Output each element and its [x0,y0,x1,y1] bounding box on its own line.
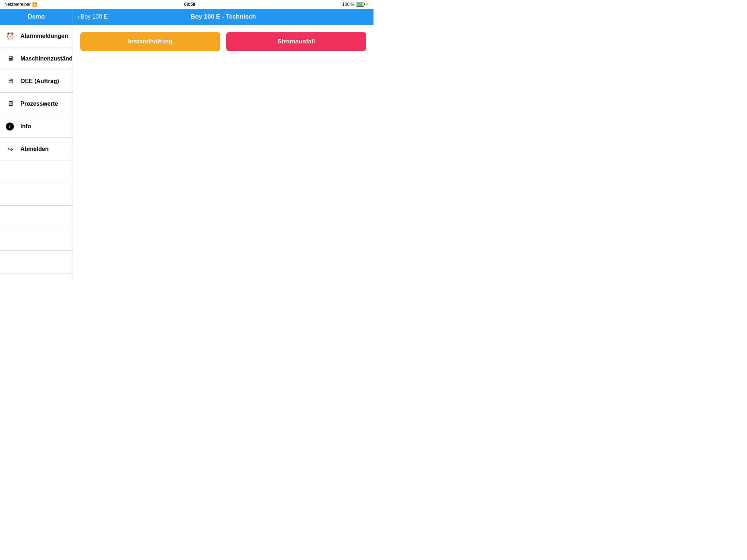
sidebar-item-label: Alarmmeldungen [20,33,68,39]
sidebar-title: Demo [0,9,73,25]
main-layout: ⏰ Alarmmeldungen 🖥 Maschinenzustände 🖥 O… [0,25,374,280]
nav-main: ‹ Boy 100 E Boy 100 E - Technisch [73,13,374,20]
action-buttons: Instandhaltung Stromausfall [80,32,366,51]
sidebar-item-prozesswerte[interactable]: 🖥 Prozesswerte [0,93,73,115]
monitor-icon: 🖥 [6,77,15,85]
status-bar-right: 100 % ⚡ [342,2,369,7]
sidebar-item-label: Abmelden [20,146,49,152]
instandhaltung-button[interactable]: Instandhaltung [80,32,220,51]
sidebar-item-info[interactable]: i Info [0,115,73,138]
alarm-icon: ⏰ [6,32,15,40]
sidebar-item-maschinenzustaende[interactable]: 🖥 Maschinenzustände [0,47,73,70]
nav-bar: Demo ‹ Boy 100 E Boy 100 E - Technisch [0,9,374,25]
battery-container: ⚡ [356,3,369,7]
carrier-label: Netzbetreiber [4,2,31,7]
back-button[interactable]: ‹ Boy 100 E [77,13,108,20]
sidebar-empty-row [0,251,73,273]
monitor-icon: 🖥 [6,100,15,108]
content-area: Instandhaltung Stromausfall [73,25,374,280]
battery-icon [356,3,364,7]
sidebar-item-label: Maschinenzustände [20,55,73,62]
sidebar-item-alarmmeldungen[interactable]: ⏰ Alarmmeldungen [0,25,73,47]
chevron-left-icon: ‹ [77,13,80,20]
battery-fill [357,3,363,6]
sidebar-empty-row [0,160,73,183]
status-bar: Netzbetreiber 📶 08:59 100 % ⚡ [0,0,374,9]
page-title: Boy 100 E - Technisch [190,13,256,20]
sidebar-empty-row [0,273,73,280]
sidebar-item-label: OEE (Auftrag) [20,78,59,85]
battery-label: 100 % [342,2,355,7]
logout-icon: ↪ [6,145,15,153]
info-icon: i [6,122,15,131]
sidebar: ⏰ Alarmmeldungen 🖥 Maschinenzustände 🖥 O… [0,25,73,280]
back-label: Boy 100 E [81,13,108,20]
stromausfall-button[interactable]: Stromausfall [226,32,366,51]
clock: 08:59 [184,2,196,7]
sidebar-item-oee-auftrag[interactable]: 🖥 OEE (Auftrag) [0,70,73,93]
sidebar-item-label: Info [20,123,31,130]
charging-icon: ⚡ [365,3,369,7]
sidebar-item-label: Prozesswerte [20,101,58,107]
sidebar-empty-row [0,183,73,206]
sidebar-item-abmelden[interactable]: ↪ Abmelden [0,138,73,160]
monitor-icon: 🖥 [6,55,15,62]
sidebar-empty-row [0,228,73,251]
status-bar-left: Netzbetreiber 📶 [4,2,37,7]
sidebar-empty-row [0,206,73,228]
wifi-icon: 📶 [32,2,37,7]
